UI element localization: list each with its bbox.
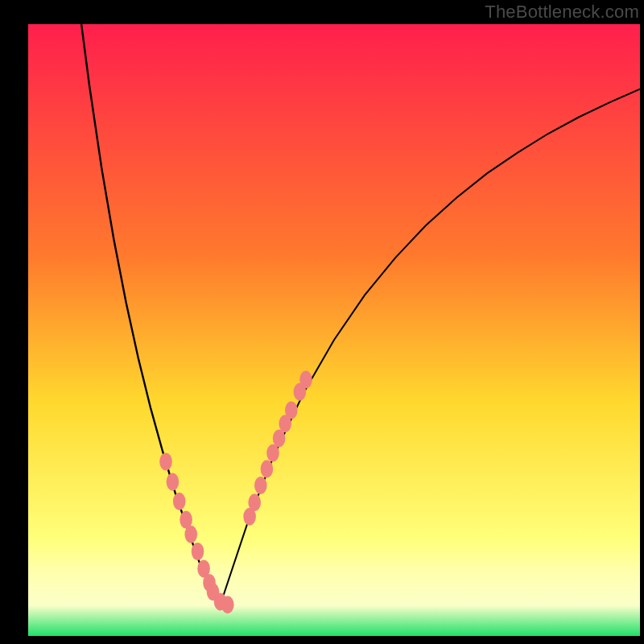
data-marker	[221, 596, 234, 613]
data-marker	[167, 473, 180, 491]
data-marker	[192, 543, 204, 560]
chart-frame: TheBottleneck.com	[0, 0, 644, 644]
data-marker	[254, 477, 267, 494]
data-marker	[285, 402, 298, 419]
plot-background	[28, 24, 640, 636]
data-marker	[261, 460, 274, 478]
data-marker	[184, 526, 197, 543]
data-marker	[299, 371, 312, 389]
data-marker	[173, 493, 186, 510]
data-marker	[248, 493, 261, 511]
bottleneck-chart	[0, 0, 644, 644]
data-marker	[266, 444, 279, 462]
watermark-text: TheBottleneck.com	[485, 2, 639, 23]
data-marker	[159, 452, 172, 470]
